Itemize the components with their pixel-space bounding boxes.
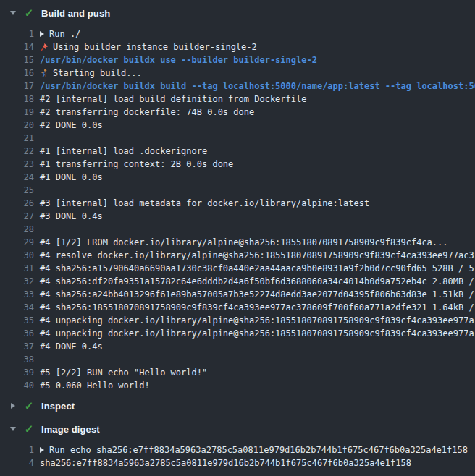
log-line: 15/usr/bin/docker buildx use --builder b… xyxy=(0,54,475,67)
line-number[interactable]: 19 xyxy=(0,106,34,119)
section-inspect: ✓ Inspect xyxy=(0,399,475,413)
section-header-build-and-push[interactable]: ✓ Build and push xyxy=(0,6,475,20)
line-text: Run ./ xyxy=(40,27,80,41)
line-number[interactable]: 30 xyxy=(0,249,34,262)
line-number[interactable]: 14 xyxy=(0,41,34,54)
expand-line-icon[interactable] xyxy=(40,31,44,37)
section-header-image-digest[interactable]: ✓ Image digest xyxy=(0,422,475,436)
line-text: #5 [2/2] RUN echo "Hello world!" xyxy=(40,366,207,379)
line-number[interactable]: 31 xyxy=(0,262,34,275)
line-number[interactable]: 34 xyxy=(0,301,34,314)
line-number[interactable]: 28 xyxy=(0,223,34,236)
line-text: #4 [1/2] FROM docker.io/library/alpine@s… xyxy=(40,236,448,249)
log-line: 30#4 resolve docker.io/library/alpine@sh… xyxy=(0,249,475,262)
line-text: #3 [internal] load metadata for docker.i… xyxy=(40,197,369,210)
line-number[interactable]: 18 xyxy=(0,93,34,106)
section-build-and-push: ✓ Build and push 1Run ./14Using builder … xyxy=(0,6,475,392)
section-title: Build and push xyxy=(41,8,110,19)
log-line: 21 xyxy=(0,132,475,145)
line-number[interactable]: 1 xyxy=(0,27,34,41)
line-number[interactable]: 24 xyxy=(0,171,34,184)
line-number[interactable]: 33 xyxy=(0,288,34,301)
line-text: #4 unpacking docker.io/library/alpine@sh… xyxy=(40,314,474,327)
log-line: 19#2 transferring dockerfile: 74B 0.0s d… xyxy=(0,106,475,119)
section-title: Inspect xyxy=(41,401,75,412)
log-line: 29#4 [1/2] FROM docker.io/library/alpine… xyxy=(0,236,475,249)
success-check-icon: ✓ xyxy=(24,8,34,18)
line-number[interactable]: 25 xyxy=(0,184,34,197)
log-line: 34#4 sha256:185518070891758909c9f839cf4c… xyxy=(0,301,475,314)
expand-line-icon[interactable] xyxy=(40,447,44,453)
log-line: 18#2 [internal] load build definition fr… xyxy=(0,93,475,106)
collapse-chevron-icon xyxy=(9,427,16,431)
workflow-log: ✓ Build and push 1Run ./14Using builder … xyxy=(0,0,475,469)
line-text: /usr/bin/docker buildx build --tag local… xyxy=(40,80,475,93)
line-number[interactable]: 40 xyxy=(0,379,34,392)
log-line: 40#5 0.060 Hello world! xyxy=(0,379,475,392)
line-number[interactable]: 21 xyxy=(0,132,34,145)
success-check-icon: ✓ xyxy=(24,401,34,411)
line-text: #1 [internal] load .dockerignore xyxy=(40,145,207,158)
log-line: 35#4 unpacking docker.io/library/alpine@… xyxy=(0,314,475,327)
line-number[interactable]: 37 xyxy=(0,340,34,353)
log-line: 28 xyxy=(0,223,475,236)
line-text: #4 resolve docker.io/library/alpine@sha2… xyxy=(40,249,474,262)
line-text: #2 [internal] load build definition from… xyxy=(40,93,306,106)
line-number[interactable]: 36 xyxy=(0,327,34,340)
line-number[interactable]: 35 xyxy=(0,314,34,327)
line-number[interactable]: 4 xyxy=(0,456,34,469)
line-text: Starting build... xyxy=(40,67,142,80)
log-line: 16Starting build... xyxy=(0,67,475,80)
success-check-icon: ✓ xyxy=(24,424,34,434)
log-line: 37#4 DONE 0.4s xyxy=(0,340,475,353)
log-group-line[interactable]: 1Run ./ xyxy=(0,27,475,41)
section-header-inspect[interactable]: ✓ Inspect xyxy=(0,399,475,413)
line-number[interactable]: 38 xyxy=(0,353,34,366)
line-text: Run echo sha256:e7ff8834a5963a2785c5a081… xyxy=(40,443,468,456)
line-text: #4 sha256:df20fa9351a15782c64e6dddb2d4a6… xyxy=(40,275,474,288)
line-number[interactable]: 27 xyxy=(0,210,34,223)
log-line: 22#1 [internal] load .dockerignore xyxy=(0,145,475,158)
line-text: #5 0.060 Hello world! xyxy=(40,379,150,392)
expand-chevron-icon xyxy=(9,403,16,409)
section-title: Image digest xyxy=(41,424,100,435)
log-line: 17/usr/bin/docker buildx build --tag loc… xyxy=(0,80,475,93)
log-line: 23#1 transferring context: 2B 0.0s done xyxy=(0,158,475,171)
log-line: 4sha256:e7ff8834a5963a2785c5a0811e979d16… xyxy=(0,456,475,469)
line-text: #4 unpacking docker.io/library/alpine@sh… xyxy=(40,327,474,340)
log-lines: 1Run ./14Using builder instance builder-… xyxy=(0,27,475,392)
log-line: 26#3 [internal] load metadata for docker… xyxy=(0,197,475,210)
line-number[interactable]: 15 xyxy=(0,54,34,67)
line-number[interactable]: 17 xyxy=(0,80,34,93)
line-text: #4 sha256:a15790640a6690aa1730c38cf0a440… xyxy=(40,262,474,275)
log-line: 33#4 sha256:a24bb4013296f61e89ba57005a7b… xyxy=(0,288,475,301)
log-lines: 1Run echo sha256:e7ff8834a5963a2785c5a08… xyxy=(0,443,475,469)
line-number[interactable]: 16 xyxy=(0,67,34,80)
log-group-line[interactable]: 1Run echo sha256:e7ff8834a5963a2785c5a08… xyxy=(0,443,475,456)
line-number[interactable]: 26 xyxy=(0,197,34,210)
line-number[interactable]: 1 xyxy=(0,443,34,456)
line-text: #4 sha256:185518070891758909c9f839cf4ca3… xyxy=(40,301,474,314)
section-image-digest: ✓ Image digest 1Run echo sha256:e7ff8834… xyxy=(0,422,475,469)
line-number[interactable]: 29 xyxy=(0,236,34,249)
log-line: 38 xyxy=(0,353,475,366)
pushpin-icon xyxy=(40,43,49,52)
line-number[interactable]: 22 xyxy=(0,145,34,158)
line-text: sha256:e7ff8834a5963a2785c5a0811e979d16b… xyxy=(40,456,411,469)
line-text: #4 DONE 0.4s xyxy=(40,340,103,353)
line-text: Using builder instance builder-single-2 xyxy=(40,41,257,54)
line-number[interactable]: 32 xyxy=(0,275,34,288)
log-line: 32#4 sha256:df20fa9351a15782c64e6dddb2d4… xyxy=(0,275,475,288)
line-number[interactable]: 39 xyxy=(0,366,34,379)
line-text: #3 DONE 0.4s xyxy=(40,210,103,223)
line-text: #2 transferring dockerfile: 74B 0.0s don… xyxy=(40,106,254,119)
line-text: #4 sha256:a24bb4013296f61e89ba57005a7b3e… xyxy=(40,288,474,301)
log-line: 24#1 DONE 0.0s xyxy=(0,171,475,184)
line-number[interactable]: 20 xyxy=(0,119,34,132)
line-text: /usr/bin/docker buildx use --builder bui… xyxy=(40,54,317,67)
collapse-chevron-icon xyxy=(9,11,16,15)
log-line: 27#3 DONE 0.4s xyxy=(0,210,475,223)
log-line: 39#5 [2/2] RUN echo "Hello world!" xyxy=(0,366,475,379)
line-number[interactable]: 23 xyxy=(0,158,34,171)
log-line: 36#4 unpacking docker.io/library/alpine@… xyxy=(0,327,475,340)
